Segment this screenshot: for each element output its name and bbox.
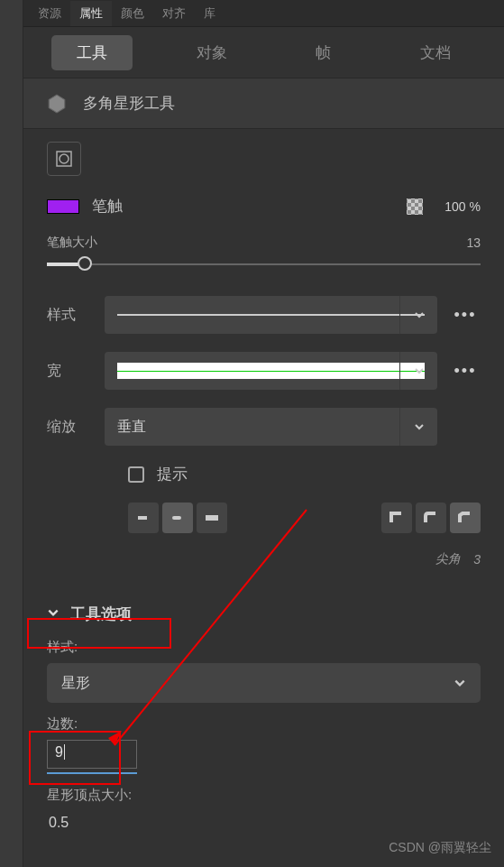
- panel-tabs: 资源 属性 颜色 对齐 库: [23, 0, 504, 27]
- cap-square-icon: [204, 510, 220, 526]
- slider-track: [47, 263, 481, 265]
- polystar-style-value: 星形: [61, 674, 90, 693]
- join-group: [381, 503, 481, 533]
- sides-input[interactable]: 9: [47, 740, 137, 769]
- stroke-size-slider[interactable]: [47, 251, 481, 278]
- stroke-size-value[interactable]: 13: [466, 235, 481, 250]
- point-size-value[interactable]: 0.5: [47, 811, 481, 835]
- join-miter-icon: [389, 510, 405, 526]
- style-label: 样式: [47, 306, 92, 325]
- style-row: 样式 •••: [23, 287, 504, 343]
- mode-tab-tool[interactable]: 工具: [51, 35, 133, 70]
- scale-label: 缩放: [47, 418, 92, 437]
- mode-tab-document[interactable]: 文档: [395, 35, 476, 70]
- chevron-down-icon: [399, 408, 437, 446]
- caps-joins-row: [23, 493, 504, 542]
- mode-tab-object[interactable]: 对象: [171, 35, 252, 70]
- tool-options-title: 工具选项: [70, 604, 132, 624]
- mode-tabs: 工具 对象 帧 文档: [23, 27, 504, 78]
- tab-properties[interactable]: 属性: [70, 1, 112, 26]
- tool-header: 多角星形工具: [23, 78, 504, 129]
- tool-name: 多角星形工具: [83, 93, 175, 114]
- svg-marker-0: [49, 95, 65, 113]
- tab-align[interactable]: 对齐: [153, 1, 195, 26]
- cap-none-button[interactable]: [128, 503, 159, 533]
- tab-resources[interactable]: 资源: [29, 1, 70, 26]
- sides-value: 9: [55, 744, 63, 760]
- svg-rect-5: [206, 515, 218, 521]
- cap-round-icon: [170, 510, 186, 526]
- join-round-button[interactable]: [416, 503, 446, 533]
- chevron-down-icon: [399, 296, 437, 334]
- opacity-icon[interactable]: [407, 198, 423, 215]
- join-round-icon: [423, 510, 439, 526]
- slider-thumb[interactable]: [78, 256, 92, 271]
- sides-label: 边数:: [47, 715, 481, 733]
- tab-library[interactable]: 库: [195, 1, 225, 26]
- width-more-button[interactable]: •••: [450, 355, 481, 386]
- width-preview: [117, 363, 425, 379]
- svg-point-2: [60, 154, 69, 163]
- polystar-style-label: 样式:: [47, 639, 481, 656]
- svg-rect-4: [172, 516, 181, 520]
- chevron-down-icon: [47, 606, 60, 622]
- join-bevel-button[interactable]: [450, 503, 481, 533]
- properties-panel: 资源 属性 颜色 对齐 库 工具 对象 帧 文档 多角星形工具 笔触 100 %…: [23, 0, 504, 867]
- mode-tab-frame[interactable]: 帧: [290, 35, 356, 70]
- join-miter-button[interactable]: [381, 503, 412, 533]
- scale-dropdown[interactable]: 垂直: [105, 408, 437, 446]
- left-dock: [0, 0, 23, 867]
- cap-group: [128, 503, 227, 533]
- scale-value: 垂直: [117, 418, 146, 437]
- point-size-label: 星形顶点大小:: [47, 787, 481, 804]
- cap-none-icon: [135, 510, 151, 526]
- cap-square-button[interactable]: [197, 503, 227, 533]
- scale-row: 缩放 垂直: [23, 399, 504, 455]
- object-drawing-icon: [55, 150, 73, 168]
- stroke-color-swatch[interactable]: [47, 199, 79, 214]
- hint-label: 提示: [157, 464, 188, 484]
- object-drawing-toggle[interactable]: [47, 142, 81, 176]
- miter-row: 尖角 3: [23, 542, 504, 576]
- width-row: 宽 •••: [23, 343, 504, 399]
- join-bevel-icon: [457, 510, 473, 526]
- miter-value[interactable]: 3: [473, 552, 481, 567]
- stroke-size-row: 笔触大小 13: [23, 224, 504, 251]
- hint-row: 提示: [23, 455, 504, 493]
- style-preview-line: [117, 314, 425, 316]
- stroke-color-row: 笔触 100 %: [23, 189, 504, 224]
- width-label: 宽: [47, 362, 92, 381]
- polystar-style-dropdown[interactable]: 星形: [47, 663, 481, 703]
- width-profile-dropdown[interactable]: [105, 352, 437, 390]
- stroke-opacity-value[interactable]: 100 %: [444, 199, 481, 214]
- hint-checkbox[interactable]: [128, 466, 144, 483]
- watermark: CSDN @雨翼轻尘: [389, 840, 491, 856]
- tool-options-body: 样式: 星形 边数: 9 星形顶点大小: 0.5: [23, 633, 504, 840]
- chevron-down-icon: [454, 677, 466, 689]
- miter-label: 尖角: [435, 551, 461, 567]
- cap-round-button[interactable]: [162, 503, 193, 533]
- polystar-icon: [47, 94, 67, 114]
- dock-btn-1[interactable]: [3, 9, 21, 27]
- object-drawing-section: [23, 129, 504, 189]
- tab-color[interactable]: 颜色: [112, 1, 153, 26]
- input-focus-underline: [47, 772, 137, 774]
- stroke-label: 笔触: [92, 196, 394, 217]
- svg-rect-3: [138, 516, 147, 520]
- style-more-button[interactable]: •••: [450, 300, 481, 330]
- stroke-style-dropdown[interactable]: [105, 296, 437, 334]
- stroke-size-label: 笔触大小: [47, 235, 97, 251]
- tool-options-header[interactable]: 工具选项: [23, 595, 504, 633]
- chevron-down-icon: [399, 352, 437, 390]
